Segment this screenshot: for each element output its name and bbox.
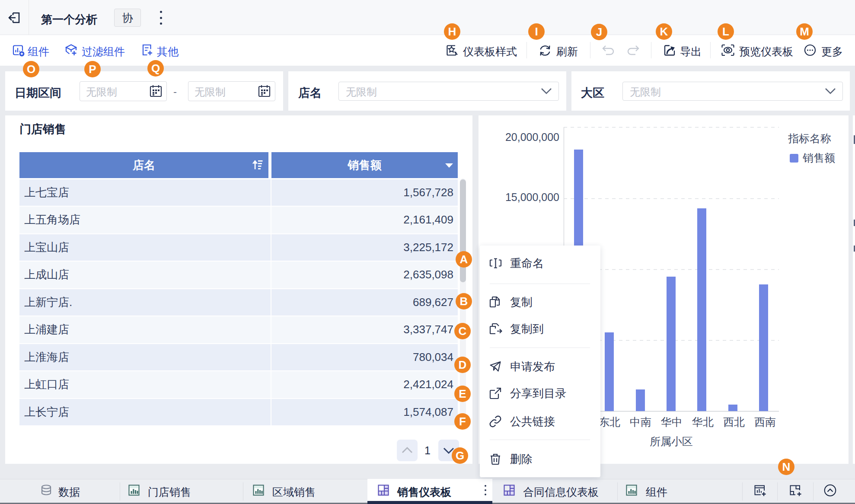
svg-text:所属小区: 所属小区 bbox=[650, 435, 693, 447]
svg-text:华北: 华北 bbox=[692, 416, 714, 428]
svg-text:销售额: 销售额 bbox=[802, 152, 835, 164]
svg-text:15,000,000: 15,000,000 bbox=[505, 191, 559, 203]
svg-text:华中: 华中 bbox=[661, 416, 683, 428]
svg-text:东北: 东北 bbox=[599, 416, 620, 428]
svg-text:西北: 西北 bbox=[723, 416, 745, 428]
svg-text:指标名称: 指标名称 bbox=[788, 132, 831, 144]
svg-text:中南: 中南 bbox=[630, 416, 651, 428]
svg-text:西南: 西南 bbox=[754, 416, 776, 428]
svg-text:20,000,000: 20,000,000 bbox=[505, 131, 559, 143]
